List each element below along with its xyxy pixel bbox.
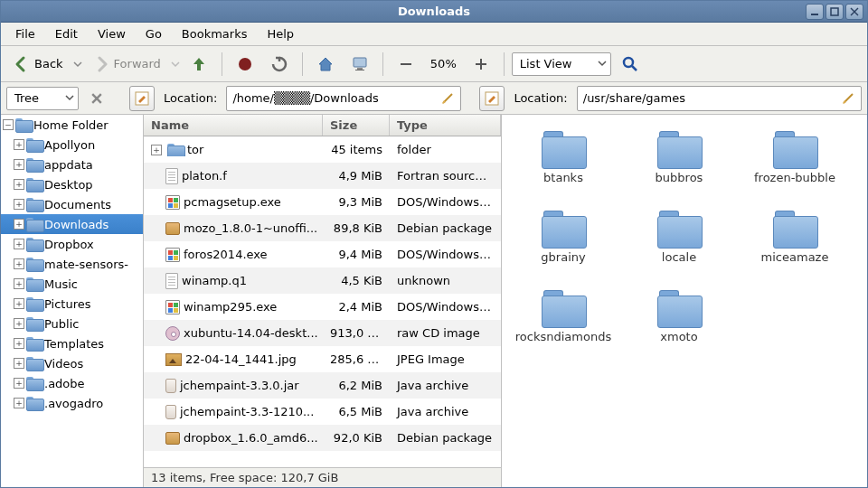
icon-item[interactable]: miceamaze [741,205,849,277]
expander-icon[interactable]: + [14,159,24,170]
tree-item[interactable]: +Pictures [1,294,143,314]
file-row[interactable]: winamp295.exe2,4 MiBDOS/Windows ex [144,294,501,320]
close-sidebar-button[interactable] [84,86,109,111]
file-name: jchempaint-3.3-1210... [180,405,314,418]
column-size[interactable]: Size [323,115,390,136]
expander-icon[interactable]: + [14,298,24,309]
icon-item[interactable]: bubbros [625,126,733,198]
file-row[interactable]: platon.f4,9 MiBFortran source co [144,163,501,189]
file-row[interactable]: pcmagsetup.exe9,3 MiBDOS/Windows ex [144,189,501,215]
expander-icon[interactable]: + [14,219,24,230]
column-type[interactable]: Type [390,115,501,136]
icon-item[interactable]: btanks [509,126,618,198]
file-row[interactable]: 22-04-14_1441.jpg285,6 KiBJPEG Image [144,346,501,372]
file-row[interactable]: jchempaint-3.3-1210...6,5 MiBJava archiv… [144,399,501,425]
tree-item[interactable]: +appdata [1,155,143,174]
menu-edit[interactable]: Edit [46,24,87,43]
file-row[interactable]: foros2014.exe9,4 MiBDOS/Windows ex [144,241,501,267]
tree-item[interactable]: +Desktop [1,174,143,194]
icon-item[interactable]: frozen-bubble [741,126,849,198]
menu-view[interactable]: View [89,24,135,43]
reload-button[interactable] [264,51,295,78]
edit-location-button-left[interactable] [129,86,155,111]
file-row[interactable]: dropbox_1.6.0_amd6...92,0 KiBDebian pack… [144,425,501,451]
expander-icon[interactable]: + [14,258,24,269]
folder-icon [26,258,42,270]
expander-icon[interactable]: + [14,179,24,190]
tree-item[interactable]: +Dropbox [1,234,143,254]
svg-line-12 [632,66,637,70]
tree-item[interactable]: +Downloads [1,214,143,234]
expander-icon[interactable]: + [14,318,24,329]
expander-icon[interactable]: + [14,338,24,349]
up-button[interactable] [184,51,214,78]
expander-icon[interactable]: + [14,378,24,389]
file-list-body[interactable]: +tor45 itemsfolderplaton.f4,9 MiBFortran… [144,136,501,467]
expander-icon[interactable]: + [14,239,24,249]
stop-button[interactable] [230,51,260,78]
tree-item[interactable]: +Templates [1,333,143,353]
viewmode-select[interactable]: List View [512,52,611,76]
tree-item[interactable]: +.avogadro [1,393,143,413]
file-size: 4,5 KiB [323,274,390,287]
tree-item-label: Desktop [44,178,93,192]
file-row[interactable]: jchempaint-3.3.0.jar6,2 MiBJava archive [144,372,501,399]
expander-icon[interactable]: + [14,278,24,289]
clear-icon[interactable] [841,91,855,106]
home-button[interactable] [310,51,341,78]
expander-icon[interactable]: − [3,119,14,130]
tree-item[interactable]: +Public [1,314,143,333]
tree-item[interactable]: +Music [1,274,143,294]
location-input-right[interactable] [583,87,835,110]
icon-item[interactable]: locale [625,205,733,277]
expander-icon[interactable]: + [14,199,24,210]
expander-icon[interactable]: + [151,145,162,155]
tree-item[interactable]: +Videos [1,353,143,373]
menu-go[interactable]: Go [137,24,171,43]
pkg-icon [165,222,180,235]
back-history-dropdown[interactable] [73,60,82,69]
forward-history-dropdown [171,60,180,69]
file-row[interactable]: winamp.q14,5 KiBunknown [144,267,501,294]
back-button[interactable]: Back [6,51,70,78]
expander-icon[interactable]: + [14,358,24,369]
zoom-out-button[interactable] [391,51,421,78]
icon-view-body[interactable]: btanksbubbrosfrozen-bubblegbrainylocalem… [502,115,867,487]
icon-item[interactable]: xmoto [625,285,733,357]
menu-file[interactable]: File [6,24,44,43]
search-button[interactable] [615,51,646,78]
tree-item[interactable]: +mate-sensors- [1,254,143,274]
folder-icon [26,337,42,350]
menu-bookmarks[interactable]: Bookmarks [173,24,257,43]
file-row[interactable]: xubuntu-14.04-deskt...913,0 MiBraw CD im… [144,320,501,346]
clear-icon[interactable] [440,91,455,106]
sidebar-mode-select[interactable]: Tree [6,87,79,110]
file-row[interactable]: +tor45 itemsfolder [144,136,501,163]
column-name[interactable]: Name [144,115,323,136]
expander-icon[interactable]: + [14,398,24,408]
minimize-button[interactable] [806,4,824,20]
file-row[interactable]: mozo_1.8.0-1~unoffi...89,8 KiBDebian pac… [144,215,501,241]
menu-help[interactable]: Help [258,24,303,43]
expander-icon[interactable]: + [14,139,24,150]
close-button[interactable] [845,4,863,20]
zoom-in-button[interactable] [466,51,496,78]
maximize-button[interactable] [826,4,844,20]
computer-button[interactable] [344,51,375,78]
icon-label: miceamaze [761,250,829,264]
tree-root-home[interactable]: − Home Folder [1,115,143,135]
tree-item-label: Public [44,317,79,331]
icon-item[interactable]: gbrainy [509,205,618,277]
svg-rect-6 [357,68,363,70]
location-input-left[interactable] [232,87,435,110]
location-field-left[interactable] [226,86,461,111]
icon-item[interactable]: rocksndiamonds [509,285,618,357]
file-type: Java archive [390,379,501,392]
tree-item[interactable]: +.adobe [1,373,143,393]
location-field-right[interactable] [577,86,862,111]
tree-item[interactable]: +Documents [1,194,143,214]
edit-location-button-right[interactable] [479,86,505,111]
tree-item-label: Documents [44,198,111,211]
tree-item[interactable]: +Apollyon [1,135,143,155]
titlebar: Downloads [1,1,867,23]
